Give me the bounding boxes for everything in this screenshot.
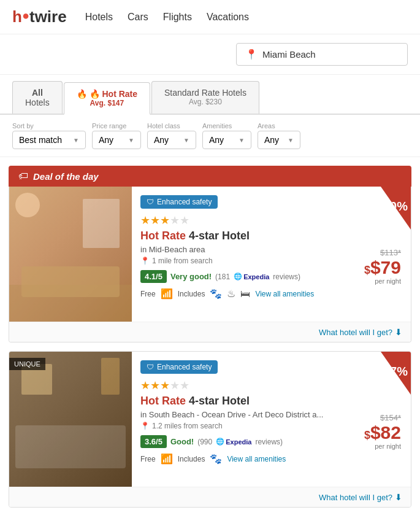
logo[interactable]: h ● twire <box>12 7 67 26</box>
filter-price: Price range Any ▼ <box>92 122 141 149</box>
filter-areas: Areas Any ▼ <box>258 122 300 149</box>
reviews-label-1: reviews) <box>273 273 300 281</box>
tab-all-hotels[interactable]: All Hotels <box>12 81 63 114</box>
deal-banner-text: Deal of the day <box>33 171 99 182</box>
what-hotel-link-1[interactable]: What hotel will I get? ⬇ <box>319 327 402 337</box>
amenities-free-2: Free <box>140 455 156 463</box>
deal-icon: 🏷 <box>18 171 28 182</box>
tabs-container: All Hotels 🔥 🔥 Hot Rate Avg. $147 Standa… <box>0 75 420 115</box>
hotel-type-1: Hot Rate 4-star Hotel <box>140 230 362 242</box>
filter-amenities-label: Amenities <box>202 122 251 130</box>
pin-icon-2: 📍 <box>140 422 150 430</box>
filter-areas-value: Any <box>264 135 279 145</box>
current-price-value-2: $82 <box>370 422 401 443</box>
unique-badge-2: UNIQUE <box>9 358 45 370</box>
amenities-row-1: Free 📶 Includes 🐾 ♨ 🛏 View all amenities <box>140 288 362 300</box>
search-input-wrap: 📍 <box>236 43 408 66</box>
tab-hot-rate[interactable]: 🔥 🔥 Hot Rate Avg. $147 <box>64 82 150 115</box>
current-price-1: $$79 <box>364 257 401 277</box>
bed-icon-1: 🛏 <box>240 288 250 300</box>
nav-vacations[interactable]: Vacations <box>207 12 249 23</box>
filter-sort-select[interactable]: Best match ▼ <box>12 131 86 149</box>
spa-icon-1: ♨ <box>227 288 235 300</box>
filter-class-select[interactable]: Any ▼ <box>147 131 196 149</box>
filter-amenities-select[interactable]: Any ▼ <box>202 131 251 149</box>
rating-badge-1: 4.1/5 <box>140 270 167 283</box>
filter-price-label: Price range <box>92 122 141 130</box>
logo-wire: twire <box>29 7 67 26</box>
location-icon: 📍 <box>245 48 258 60</box>
filter-class-value: Any <box>154 135 169 145</box>
tab-standard-rate[interactable]: Standard Rate Hotels Avg. $230 <box>151 81 259 114</box>
filter-areas-label: Areas <box>258 122 300 130</box>
safety-badge-text-2: Enhanced safety <box>157 363 212 371</box>
safety-badge-2: 🛡 Enhanced safety <box>140 360 218 374</box>
original-price-1: $113* <box>364 248 401 257</box>
tab-all-hotels-line2: Hotels <box>25 98 50 107</box>
chevron-circle-icon-2: ⬇ <box>395 492 402 502</box>
pets-icon-1: 🐾 <box>210 288 222 300</box>
what-hotel-row-2: What hotel will I get? ⬇ <box>9 487 411 507</box>
filter-class-label: Hotel class <box>147 122 196 130</box>
tab-standard-rate-avg: Avg. $230 <box>164 98 246 106</box>
nav-hotels[interactable]: Hotels <box>85 12 113 23</box>
nav-flights[interactable]: Flights <box>163 12 192 23</box>
hotel-image-1[interactable] <box>9 187 132 322</box>
per-night-1: per night <box>364 277 401 285</box>
rating-count-1: (181 <box>215 273 230 281</box>
expedia-logo-1: 🌐 Expedia <box>234 273 269 280</box>
current-price-value-1: $79 <box>370 257 401 277</box>
hotel-location-1: in Mid-Beach area <box>140 245 362 254</box>
filter-amenities: Amenities Any ▼ <box>202 122 251 149</box>
hotel-image-2[interactable]: UNIQUE <box>9 352 132 487</box>
amenities-includes-2: Includes <box>178 455 205 463</box>
filter-price-value: Any <box>99 135 113 145</box>
chevron-down-icon5: ▼ <box>288 137 294 144</box>
search-bar: 📍 <box>0 34 420 75</box>
rating-desc-1: Very good! <box>170 272 212 281</box>
tab-hot-rate-label: 🔥 🔥 Hot Rate <box>77 89 137 99</box>
chevron-circle-icon-1: ⬇ <box>395 327 402 337</box>
price-block-1: $113* $$79 per night <box>364 248 401 285</box>
amenities-row-2: Free 📶 Includes 🐾 View all amenities <box>140 453 362 465</box>
deal-of-day-banner: 🏷 Deal of the day <box>9 166 411 187</box>
view-amenities-link-2[interactable]: View all amenities <box>227 455 286 463</box>
hotel-stars-1: ★★★★★ <box>140 214 362 227</box>
wifi-icon-1: 📶 <box>161 288 173 300</box>
filter-sort: Sort by Best match ▼ <box>12 122 86 149</box>
what-hotel-link-2[interactable]: What hotel will I get? ⬇ <box>319 492 402 502</box>
price-block-2: $154* $$82 per night <box>364 413 401 450</box>
hotel-stars-2: ★★★★★ <box>140 379 362 392</box>
shield-icon-2: 🛡 <box>147 363 154 371</box>
hot-rate-label-1: Hot Rate <box>140 230 186 242</box>
rating-badge-2: 3.6/5 <box>140 435 167 448</box>
chevron-down-icon2: ▼ <box>128 137 134 144</box>
nav-cars[interactable]: Cars <box>128 12 148 23</box>
safety-badge-1: 🛡 Enhanced safety <box>140 195 218 209</box>
tab-standard-rate-label: Standard Rate Hotels <box>164 88 246 98</box>
search-input[interactable] <box>262 49 399 60</box>
amenities-includes-1: Includes <box>178 290 205 298</box>
chevron-down-icon: ▼ <box>73 137 79 144</box>
reviews-label-2: reviews) <box>255 438 283 446</box>
hotel-card-1: 🛡 Enhanced safety ★★★★★ Hot Rate 4-star … <box>9 187 411 342</box>
view-amenities-link-1[interactable]: View all amenities <box>255 290 314 298</box>
filters-row: Sort by Best match ▼ Price range Any ▼ H… <box>0 115 420 157</box>
chevron-down-icon3: ▼ <box>183 137 189 144</box>
hotel-card-2: UNIQUE 🛡 Enhanced safety ★★★★★ Hot Rate … <box>9 351 411 508</box>
shield-icon-1: 🛡 <box>147 198 154 206</box>
tab-all-hotels-line1: All <box>25 88 50 98</box>
what-hotel-row-1: What hotel will I get? ⬇ <box>9 322 411 342</box>
hotel-location-2: in South Beach - Ocean Drive - Art Deco … <box>140 410 362 419</box>
safety-badge-text-1: Enhanced safety <box>157 198 212 206</box>
hotel-type-2: Hot Rate 4-star Hotel <box>140 395 362 408</box>
hotel-distance-2: 📍 1.2 miles from search <box>140 422 362 430</box>
expedia-logo-2: 🌐 Expedia <box>216 438 251 446</box>
filter-price-select[interactable]: Any ▼ <box>92 131 141 149</box>
logo-hot: h <box>12 7 22 26</box>
filter-amenities-value: Any <box>209 135 224 145</box>
main-nav: Hotels Cars Flights Vacations <box>85 12 249 23</box>
hotel-distance-1: 📍 1 mile from search <box>140 257 362 265</box>
filter-areas-select[interactable]: Any ▼ <box>258 131 300 149</box>
wifi-icon-2: 📶 <box>161 453 173 465</box>
